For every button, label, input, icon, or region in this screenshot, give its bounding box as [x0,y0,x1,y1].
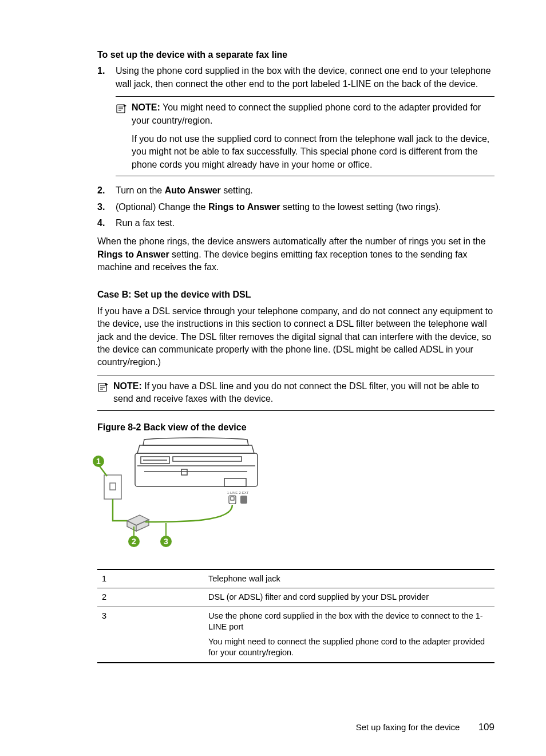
paragraph-dsl: If you have a DSL service through your t… [97,305,494,369]
legend-v3b: You might need to connect the supplied p… [208,636,490,659]
para-a: When the phone rings, the device answers… [97,236,486,246]
svg-rect-8 [135,453,258,486]
step-1: 1. Using the phone cord supplied in the … [97,65,494,90]
note-label: NOTE: [132,102,160,112]
step-4: 4. Run a fax test. [97,217,494,229]
note-icon [116,101,132,116]
label-2ext: 2-EXT [239,491,248,494]
note-icon [97,380,113,395]
note-label: NOTE: [113,381,142,391]
step-bold: Auto Answer [165,185,221,195]
step-text: Run a fax test. [116,218,175,228]
note-box-2: NOTE: If you have a DSL line and you do … [97,375,494,411]
para-bold: Rings to Answer [97,250,169,259]
table-row: 2 DSL (or ADSL) filter and cord supplied… [97,588,494,607]
step-number: 1. [97,65,116,90]
legend-key: 1 [97,569,204,588]
note-text-block: NOTE: You might need to connect the supp… [132,101,494,171]
note-para-1: You might need to connect the supplied p… [132,102,481,125]
label-1line: 1-LINE [227,491,238,494]
step-bold: Rings to Answer [208,202,280,212]
section-heading-2: Case B: Set up the device with DSL [97,288,494,301]
svg-rect-14 [181,469,187,475]
step-text-a: Turn on the [116,185,165,195]
svg-rect-15 [224,478,246,486]
step-number: 3. [97,201,116,213]
step-number: 2. [97,184,116,197]
svg-rect-20 [110,483,116,490]
paragraph-after-steps: When the phone rings, the device answers… [97,235,494,274]
step-text: Using the phone cord supplied in the box… [116,66,491,88]
svg-text:3: 3 [164,537,168,546]
svg-rect-18 [240,496,247,504]
svg-text:1: 1 [96,457,101,466]
step-2: 2. Turn on the Auto Answer setting. [97,184,494,197]
svg-rect-17 [231,497,234,500]
legend-value: DSL (or ADSL) filter and cord supplied b… [204,588,494,607]
note-text: If you have a DSL line and you do not co… [113,381,479,403]
note-text-block: NOTE: If you have a DSL line and you do … [113,380,494,406]
section-heading-1: To set up the device with a separate fax… [97,49,494,61]
table-row: 1 Telephone wall jack [97,569,494,588]
legend-key: 3 [97,607,204,663]
legend-key: 2 [97,588,204,607]
legend-value: Telephone wall jack [204,569,494,588]
svg-text:2: 2 [132,537,136,546]
figure-8-2: 1-LINE 2-EXT [93,435,490,552]
step-body: (Optional) Change the Rings to Answer se… [116,201,494,213]
step-body: Turn on the Auto Answer setting. [116,184,494,197]
step-number: 4. [97,217,116,229]
figure-caption: Figure 8-2 Back view of the device [97,422,494,433]
legend-value: Use the phone cord supplied in the box w… [204,607,494,663]
step-3: 3. (Optional) Change the Rings to Answer… [97,201,494,213]
legend-table: 1 Telephone wall jack 2 DSL (or ADSL) fi… [97,569,494,663]
step-text-b: setting to the lowest setting (two rings… [280,202,441,212]
legend-v3a: Use the phone cord supplied in the box w… [208,611,490,633]
table-row: 3 Use the phone cord supplied in the box… [97,607,494,663]
footer-section-title: Set up faxing for the device [356,722,460,732]
step-body: Run a fax test. [116,217,494,229]
page-content: To set up the device with a separate fax… [0,0,546,756]
note-para-2: If you do not use the supplied cord to c… [132,133,494,171]
svg-rect-11 [173,457,242,461]
ordered-steps: 1. Using the phone cord supplied in the … [97,65,494,229]
page-number: 109 [478,722,494,733]
step-text-b: setting. [221,185,253,195]
page-footer: Set up faxing for the device 109 [356,722,494,733]
step-text-a: (Optional) Change the [116,202,208,212]
step-body: Using the phone cord supplied in the box… [116,65,494,90]
note-box-1: NOTE: You might need to connect the supp… [116,96,494,176]
